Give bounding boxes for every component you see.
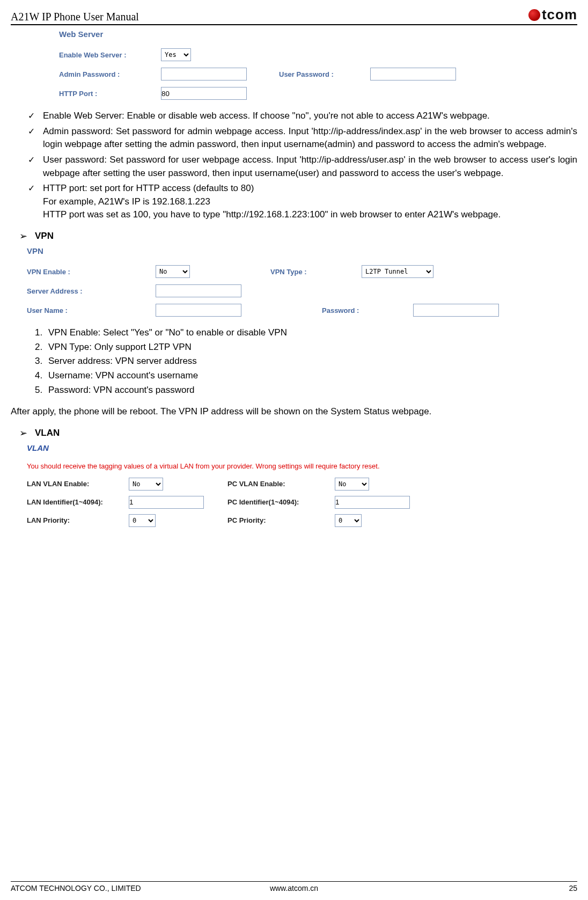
vlan-panel: VLAN You should receive the tagging valu… — [27, 443, 577, 527]
page-header: A21W IP Phone User Manual tcom — [11, 6, 577, 25]
vpn-panel: VPN VPN Enable : No VPN Type : L2TP Tunn… — [27, 246, 577, 317]
label-vpn-server: Server Address : — [27, 287, 156, 295]
label-pc-vlan-enable: PC VLAN Enable: — [227, 480, 335, 488]
row-vlan-enable: LAN VLAN Enable: No PC VLAN Enable: No — [27, 478, 577, 491]
brand-text: tcom — [542, 6, 577, 23]
label-user-password: User Password : — [279, 70, 370, 78]
select-enable-web-server[interactable]: Yes — [161, 48, 191, 61]
webserver-panel: Web Server Enable Web Server : Yes Admin… — [59, 30, 577, 100]
vlan-section-heading: ➢ VLAN — [19, 427, 577, 439]
bullet-admin-password: Admin password: Set password for admin w… — [31, 125, 577, 151]
label-vpn-user: User Name : — [27, 306, 156, 314]
vlan-panel-title: VLAN — [27, 443, 577, 452]
label-vpn-type: VPN Type : — [270, 268, 362, 276]
bullet-enable-web-server: Enable Web Server: Enable or disable web… — [31, 109, 577, 123]
doc-title: A21W IP Phone User Manual — [11, 11, 139, 23]
label-lan-identifier: LAN Identifier(1~4094): — [27, 498, 129, 506]
brand-logo: tcom — [528, 6, 577, 23]
vpn-panel-title: VPN — [27, 246, 577, 255]
webserver-title: Web Server — [59, 30, 577, 39]
arrow-icon: ➢ — [19, 427, 27, 439]
row-vlan-identifier: LAN Identifier(1~4094): PC Identifier(1~… — [27, 496, 577, 509]
row-vpn-server: Server Address : — [27, 284, 577, 297]
page-footer: ATCOM TECHNOLOGY CO., LIMITED www.atcom.… — [11, 881, 577, 892]
vpn-item-4: Username: VPN account's username — [45, 369, 577, 383]
vpn-item-2: VPN Type: Only support L2TP VPN — [45, 341, 577, 354]
row-admin-password: Admin Password : User Password : — [59, 68, 577, 81]
input-pc-identifier[interactable] — [335, 496, 410, 509]
input-user-password[interactable] — [370, 68, 456, 81]
input-admin-password[interactable] — [161, 68, 247, 81]
vlan-warning: You should receive the tagging values of… — [27, 462, 577, 470]
select-pc-vlan-enable[interactable]: No — [335, 478, 369, 491]
footer-company: ATCOM TECHNOLOGY CO., LIMITED — [11, 884, 141, 892]
label-vpn-enable: VPN Enable : — [27, 268, 156, 276]
row-vpn-user: User Name : Password : — [27, 304, 577, 317]
input-vpn-password[interactable] — [413, 304, 499, 317]
vpn-item-3: Server address: VPN server address — [45, 355, 577, 368]
select-lan-vlan-enable[interactable]: No — [129, 478, 163, 491]
logo-dot-icon — [528, 9, 540, 21]
label-pc-priority: PC Priority: — [227, 516, 335, 524]
vpn-explanations: VPN Enable: Select "Yes" or "No" to enab… — [45, 326, 577, 397]
vpn-item-1: VPN Enable: Select "Yes" or "No" to enab… — [45, 326, 577, 340]
input-lan-identifier[interactable] — [129, 496, 204, 509]
label-pc-identifier: PC Identifier(1~4094): — [227, 498, 335, 506]
vpn-section-heading: ➢ VPN — [19, 230, 577, 242]
select-pc-priority[interactable]: 0 — [335, 514, 362, 527]
select-vpn-enable[interactable]: No — [156, 265, 190, 278]
label-vpn-password: Password : — [322, 306, 413, 314]
vpn-heading-label: VPN — [35, 231, 54, 242]
vpn-after-note: After apply, the phone will be reboot. T… — [11, 405, 577, 419]
row-vpn-enable: VPN Enable : No VPN Type : L2TP Tunnel — [27, 265, 577, 278]
row-http-port: HTTP Port : — [59, 87, 577, 100]
row-enable-web-server: Enable Web Server : Yes — [59, 48, 577, 61]
label-enable-web-server: Enable Web Server : — [59, 51, 161, 59]
label-http-port: HTTP Port : — [59, 90, 161, 98]
select-vpn-type[interactable]: L2TP Tunnel — [362, 265, 433, 278]
footer-page-number: 25 — [569, 884, 577, 892]
label-admin-password: Admin Password : — [59, 70, 161, 78]
bullet-http-port: HTTP port: set port for HTTP access (def… — [31, 182, 577, 222]
bullet-http-port-line3: HTTP port was set as 100, you have to ty… — [43, 209, 501, 219]
bullet-http-port-line1: HTTP port: set port for HTTP access (def… — [43, 183, 254, 193]
vlan-heading-label: VLAN — [35, 428, 60, 438]
select-lan-priority[interactable]: 0 — [129, 514, 156, 527]
footer-url: www.atcom.cn — [270, 884, 318, 892]
bullet-http-port-line2: For example, A21W's IP is 192.168.1.223 — [43, 196, 210, 207]
input-http-port[interactable] — [161, 87, 247, 100]
webserver-explanations: Enable Web Server: Enable or disable web… — [11, 109, 577, 222]
bullet-user-password: User password: Set password for user web… — [31, 153, 577, 180]
row-vlan-priority: LAN Priority: 0 PC Priority: 0 — [27, 514, 577, 527]
input-vpn-user[interactable] — [156, 304, 241, 317]
vpn-item-5: Password: VPN account's password — [45, 384, 577, 397]
label-lan-vlan-enable: LAN VLAN Enable: — [27, 480, 129, 488]
input-vpn-server[interactable] — [156, 284, 241, 297]
arrow-icon: ➢ — [19, 230, 27, 242]
label-lan-priority: LAN Priority: — [27, 516, 129, 524]
